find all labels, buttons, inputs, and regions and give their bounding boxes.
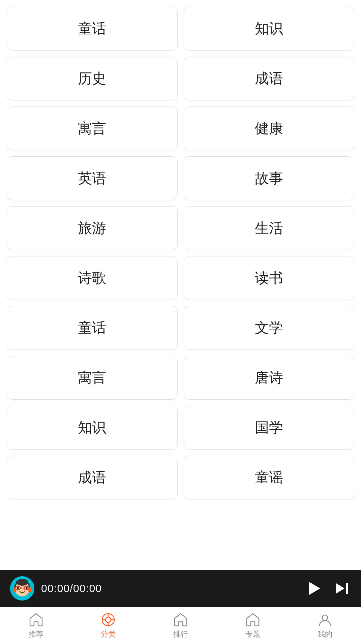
svg-point-16 xyxy=(322,615,328,620)
svg-point-5 xyxy=(17,587,19,589)
nav-item-recommend[interactable]: 推荐 xyxy=(0,607,72,644)
play-button[interactable] xyxy=(304,579,323,597)
category-btn-knowledge-2[interactable]: 知识 xyxy=(7,406,178,450)
category-btn-literature-1[interactable]: 文学 xyxy=(184,306,355,350)
mine-icon xyxy=(318,612,332,627)
next-icon xyxy=(336,583,348,594)
category-btn-guoxue-1[interactable]: 国学 xyxy=(184,406,355,450)
category-btn-fairy-tale-2[interactable]: 童话 xyxy=(7,306,178,350)
nav-label-topic: 专题 xyxy=(245,629,260,639)
category-btn-nursery-rhyme-1[interactable]: 童谣 xyxy=(184,456,355,499)
ranking-icon xyxy=(173,612,188,627)
nav-label-ranking: 排行 xyxy=(173,629,188,639)
recommend-icon xyxy=(29,612,43,627)
play-icon xyxy=(309,582,320,595)
category-btn-story-1[interactable]: 故事 xyxy=(184,156,355,200)
category-btn-fable-1[interactable]: 寓言 xyxy=(7,106,178,150)
topic-icon xyxy=(245,612,260,627)
avatar-face xyxy=(10,576,34,601)
bottom-nav: 推荐分类排行专题我的 xyxy=(0,607,361,644)
category-btn-idiom-1[interactable]: 成语 xyxy=(184,57,355,100)
nav-item-category[interactable]: 分类 xyxy=(72,607,144,644)
nav-item-ranking[interactable]: 排行 xyxy=(144,607,216,644)
svg-rect-9 xyxy=(28,587,31,592)
nav-label-recommend: 推荐 xyxy=(29,629,43,639)
category-btn-reading-1[interactable]: 读书 xyxy=(184,256,355,300)
category-btn-knowledge-1[interactable]: 知识 xyxy=(184,7,355,51)
category-btn-health-1[interactable]: 健康 xyxy=(184,106,355,150)
svg-point-11 xyxy=(106,617,111,622)
category-btn-poetry-1[interactable]: 诗歌 xyxy=(7,256,178,300)
category-btn-idiom-2[interactable]: 成语 xyxy=(7,456,178,499)
player-avatar xyxy=(10,576,34,601)
category-grid: 童话知识历史成语寓言健康英语故事旅游生活诗歌读书童话文学寓言唐诗知识国学成语童谣 xyxy=(7,7,354,499)
nav-item-topic[interactable]: 专题 xyxy=(217,607,289,644)
category-btn-tang-poetry-1[interactable]: 唐诗 xyxy=(184,356,355,400)
nav-label-mine: 我的 xyxy=(318,629,332,639)
nav-label-category: 分类 xyxy=(101,629,116,639)
nav-item-mine[interactable]: 我的 xyxy=(289,607,361,644)
category-btn-english-1[interactable]: 英语 xyxy=(7,156,178,200)
category-btn-fairy-tale-1[interactable]: 童话 xyxy=(7,7,178,51)
player-time: 00:00/00:00 xyxy=(41,582,298,595)
player-bar: 00:00/00:00 xyxy=(0,570,361,607)
category-btn-history-1[interactable]: 历史 xyxy=(7,57,178,100)
main-content: 童话知识历史成语寓言健康英语故事旅游生活诗歌读书童话文学寓言唐诗知识国学成语童谣 xyxy=(0,0,361,570)
next-button[interactable] xyxy=(333,579,351,597)
svg-point-6 xyxy=(26,587,28,589)
category-icon xyxy=(101,612,116,627)
category-btn-life-1[interactable]: 生活 xyxy=(184,206,355,250)
category-btn-fable-2[interactable]: 寓言 xyxy=(7,356,178,400)
svg-rect-8 xyxy=(13,587,16,592)
player-controls xyxy=(304,579,351,597)
category-btn-travel-1[interactable]: 旅游 xyxy=(7,206,178,250)
